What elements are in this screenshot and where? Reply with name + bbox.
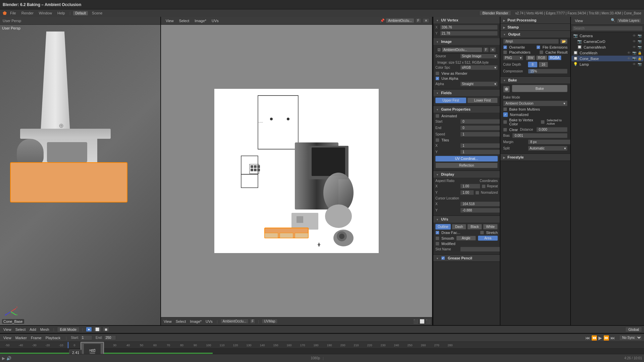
tile-y-field[interactable] (460, 149, 500, 155)
uv-image-select[interactable]: AmbientOcclu... (220, 319, 249, 324)
conemesh-render-btn[interactable]: 📷 (632, 51, 637, 55)
speed-field[interactable] (460, 132, 500, 137)
game-props-header[interactable]: Game Properties (433, 106, 500, 113)
view-as-render-check[interactable] (435, 71, 439, 75)
conemesh-lock-btn[interactable]: 🔒 (637, 51, 642, 55)
rgba-btn[interactable]: RGBA (548, 55, 561, 60)
uv-select-btn[interactable]: Select (177, 18, 192, 23)
color-depth-16[interactable]: 16 (539, 62, 548, 67)
coord-x-field[interactable] (440, 25, 498, 30)
end-field[interactable] (460, 125, 500, 130)
grease-pencil-header[interactable]: Grease Pencil (433, 255, 500, 261)
outliner-item-conebase[interactable]: 🔲 Cone_Base 👁 📷 🔒 (572, 56, 643, 61)
fields-header[interactable]: Fields (433, 89, 500, 96)
uv-bottom-view-btn[interactable]: View (162, 319, 173, 323)
normalized-check-bake[interactable]: ✓ (503, 112, 508, 117)
outline-btn[interactable]: Outline (435, 224, 451, 230)
stamp-header[interactable]: Stamp (500, 24, 570, 31)
compression-bar[interactable]: 15% (528, 69, 568, 74)
vp-add-btn[interactable]: Add (28, 327, 38, 331)
upper-first-btn[interactable]: Upper First (435, 98, 466, 103)
bake-mode-dropdown[interactable]: Ambient Occlusion ▾ (503, 101, 568, 106)
bake-button[interactable]: Bake (512, 85, 568, 92)
cameracord-vis-btn[interactable]: 👁 (632, 40, 637, 43)
normalized-check[interactable] (475, 191, 479, 195)
vert-select-icon[interactable]: ● (86, 327, 92, 332)
search-icon[interactable]: 🔍 (611, 18, 615, 23)
tl-prev-btn[interactable]: ⏪ (591, 335, 597, 341)
repeat-check[interactable] (482, 184, 486, 188)
tl-playback-btn[interactable]: Playback (44, 336, 62, 340)
tl-view-btn[interactable]: View (2, 336, 13, 340)
camera-render-btn[interactable]: 📷 (637, 34, 642, 38)
global-transform-btn[interactable]: Global (625, 327, 642, 332)
bake-header[interactable]: Bake (500, 77, 570, 83)
source-dropdown[interactable]: Single Image ▾ (460, 54, 498, 59)
tl-start-field[interactable] (80, 335, 92, 340)
vp-mesh-btn[interactable]: Mesh (39, 327, 51, 331)
uv-uvs-btn[interactable]: UVs (210, 18, 221, 23)
bake-vertex-check[interactable] (503, 120, 507, 124)
cursor-x-field[interactable] (460, 201, 500, 206)
black-btn[interactable]: Black (467, 224, 482, 230)
tl-end-field[interactable] (104, 335, 116, 340)
aspect-x-field[interactable] (460, 184, 480, 189)
sync-dropdown[interactable]: No Sync (619, 335, 642, 341)
bias-field[interactable] (512, 133, 568, 138)
modified-check[interactable] (435, 242, 439, 246)
conebase-render-btn[interactable]: 📷 (632, 57, 637, 60)
uv-new-btn[interactable]: ✕ (423, 18, 429, 23)
outliner-item-lamp[interactable]: 💡 Lamp 👁 📷 (572, 61, 643, 67)
area-btn[interactable]: Area (478, 236, 498, 241)
engine-selector[interactable]: Blender Render (479, 11, 511, 15)
outliner-view-btn[interactable]: View (574, 19, 584, 23)
angle-btn[interactable]: Angle (456, 236, 476, 241)
uv-view-btn[interactable]: View (164, 18, 176, 23)
output-header[interactable]: Output (500, 31, 570, 38)
color-space-dropdown[interactable]: sRGB ▾ (460, 65, 498, 70)
rgb-btn[interactable]: RGB (536, 55, 547, 60)
cursor-y-field[interactable] (460, 208, 500, 213)
outliner-item-conemesh[interactable]: 🔲 ConeMesh 👁 📷 🔒 (572, 50, 643, 56)
tl-begin-btn[interactable]: ⏮ (585, 335, 590, 341)
file-ext-check[interactable] (536, 45, 540, 49)
vp-select-btn[interactable]: Select (14, 327, 27, 331)
uv-mode-btn[interactable]: UVMap (262, 319, 277, 324)
stretch-check[interactable] (480, 231, 484, 235)
cameracord-render-btn[interactable]: 📷 (637, 40, 642, 43)
outliner-item-cameramesh[interactable]: 🔲 CameraMesh 👁 📷 (572, 44, 643, 50)
camera-vis-btn[interactable]: 👁 (632, 34, 637, 38)
tl-marker-btn[interactable]: Marker (14, 336, 28, 340)
lamp-render-btn[interactable]: 📷 (637, 62, 642, 66)
lamp-vis-btn[interactable]: 👁 (632, 62, 637, 66)
cameramesh-render-btn[interactable]: 📷 (637, 45, 642, 49)
uv-vertex-header[interactable]: UV Vertex (433, 17, 500, 23)
vp-view-btn[interactable]: View (2, 327, 13, 331)
white-btn[interactable]: White (483, 224, 498, 230)
cache-result-check[interactable] (539, 50, 543, 54)
menu-file[interactable]: File (8, 11, 18, 15)
image-section-header[interactable]: Image (433, 38, 500, 45)
distance-field[interactable] (536, 127, 568, 132)
uv-f-bottom[interactable]: F (250, 319, 255, 324)
uv-coord-btn[interactable]: UV Coordinat... (435, 156, 498, 162)
edit-mode-selector[interactable]: Edit Mode (57, 327, 80, 332)
menu-help[interactable]: Help (55, 11, 67, 15)
uv-f-btn[interactable]: F (415, 18, 421, 23)
smooth-check[interactable] (435, 236, 439, 240)
uvs-header[interactable]: UVs (433, 216, 500, 223)
output-path-field[interactable] (503, 39, 559, 44)
uv-bottom-select-btn[interactable]: Select (174, 319, 187, 323)
uv-bottom-image-btn[interactable]: Image* (189, 319, 203, 323)
start-field[interactable] (460, 119, 500, 124)
freestyle-header[interactable]: Freestyle (500, 154, 570, 161)
uv-bottom-uvs-btn[interactable]: UVs (204, 319, 214, 323)
tile-x-field[interactable] (460, 143, 500, 148)
outliner-search[interactable] (572, 26, 643, 31)
img-close-btn[interactable]: ✕ (490, 47, 496, 52)
bake-clear-check[interactable] (503, 128, 507, 132)
color-depth-8[interactable]: 8 (528, 62, 537, 67)
animated-check[interactable] (435, 114, 439, 118)
alpha-dropdown[interactable]: Straight ▾ (460, 81, 498, 86)
split-dropdown[interactable]: Automatic ▾ (528, 146, 568, 151)
